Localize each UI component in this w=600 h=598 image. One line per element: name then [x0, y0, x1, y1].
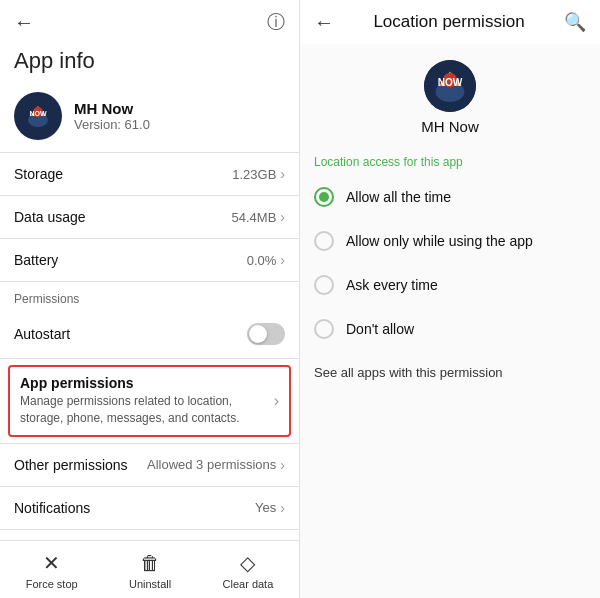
radio-label-ask-every-time: Ask every time [346, 277, 438, 293]
radio-button-ask-every-time[interactable] [314, 275, 334, 295]
permissions-section-label: Permissions [0, 282, 299, 310]
see-all-apps-link[interactable]: See all apps with this permission [300, 355, 600, 390]
clear-data-label: Clear data [223, 578, 274, 590]
radio-button-allow-all[interactable] [314, 187, 334, 207]
right-panel: ← Location permission 🔍 NOW MH Now Locat… [300, 0, 600, 598]
svg-text:NOW: NOW [29, 110, 47, 117]
clear-data-icon: ◇ [240, 551, 255, 575]
app-permissions-desc: Manage permissions related to location, … [20, 393, 266, 427]
right-app-icon: NOW [424, 60, 476, 112]
right-top-bar: ← Location permission 🔍 [300, 0, 600, 44]
app-permissions-inner: App permissions Manage permissions relat… [20, 375, 279, 427]
notifications-value: Yes › [255, 500, 285, 516]
radio-allow-while-using[interactable]: Allow only while using the app [300, 219, 600, 263]
svg-text:NOW: NOW [438, 77, 463, 88]
uninstall-button[interactable]: 🗑 Uninstall [129, 552, 171, 590]
radio-allow-all-time[interactable]: Allow all the time [300, 175, 600, 219]
left-back-button[interactable]: ← [14, 11, 34, 34]
left-top-bar: ← ⓘ [0, 0, 299, 44]
location-section-header: Location access for this app [300, 145, 600, 175]
clear-data-button[interactable]: ◇ Clear data [223, 551, 274, 590]
radio-button-dont-allow[interactable] [314, 319, 334, 339]
divider-5 [0, 358, 299, 359]
app-name-left: MH Now [74, 100, 150, 117]
other-permissions-item[interactable]: Other permissions Allowed 3 permissions … [0, 444, 299, 486]
autostart-item[interactable]: Autostart [0, 310, 299, 358]
radio-ask-every-time[interactable]: Ask every time [300, 263, 600, 307]
storage-item[interactable]: Storage 1.23GB › [0, 153, 299, 195]
search-icon[interactable]: 🔍 [564, 11, 586, 33]
radio-label-while-using: Allow only while using the app [346, 233, 533, 249]
data-usage-label: Data usage [14, 209, 86, 225]
app-version: Version: 61.0 [74, 117, 150, 132]
uninstall-icon: 🗑 [140, 552, 160, 575]
other-permissions-chevron: › [280, 457, 285, 473]
autostart-toggle[interactable] [247, 323, 285, 345]
other-permissions-label: Other permissions [14, 457, 128, 473]
right-app-header: NOW MH Now [300, 44, 600, 145]
data-usage-value: 54.4MB › [232, 209, 285, 225]
uninstall-label: Uninstall [129, 578, 171, 590]
divider-8 [0, 529, 299, 530]
app-permissions-chevron: › [274, 392, 279, 410]
app-icon: NOW [14, 92, 62, 140]
right-back-button[interactable]: ← [314, 11, 334, 34]
autostart-label: Autostart [14, 326, 70, 342]
force-stop-label: Force stop [26, 578, 78, 590]
bottom-action-bar: ✕ Force stop 🗑 Uninstall ◇ Clear data [0, 540, 299, 598]
app-permissions-title: App permissions [20, 375, 266, 391]
notifications-item[interactable]: Notifications Yes › [0, 487, 299, 529]
radio-label-dont-allow: Don't allow [346, 321, 414, 337]
battery-item[interactable]: Battery 0.0% › [0, 239, 299, 281]
app-header: NOW MH Now Version: 61.0 [0, 84, 299, 152]
data-usage-item[interactable]: Data usage 54.4MB › [0, 196, 299, 238]
radio-dont-allow[interactable]: Don't allow [300, 307, 600, 351]
other-permissions-value: Allowed 3 permissions › [147, 457, 285, 473]
notifications-chevron: › [280, 500, 285, 516]
radio-button-while-using[interactable] [314, 231, 334, 251]
right-app-name: MH Now [421, 118, 479, 135]
page-title: App info [0, 44, 299, 84]
storage-value: 1.23GB › [232, 166, 285, 182]
storage-label: Storage [14, 166, 63, 182]
info-icon[interactable]: ⓘ [267, 10, 285, 34]
radio-inner-allow-all [319, 192, 329, 202]
battery-chevron: › [280, 252, 285, 268]
toggle-thumb [249, 325, 267, 343]
force-stop-icon: ✕ [43, 551, 60, 575]
left-panel: ← ⓘ App info NOW MH Now Version: 61.0 St… [0, 0, 300, 598]
notifications-label: Notifications [14, 500, 90, 516]
storage-chevron: › [280, 166, 285, 182]
radio-label-allow-all: Allow all the time [346, 189, 451, 205]
app-permissions-text: App permissions Manage permissions relat… [20, 375, 266, 427]
force-stop-button[interactable]: ✕ Force stop [26, 551, 78, 590]
battery-value: 0.0% › [247, 252, 285, 268]
right-title: Location permission [373, 12, 524, 32]
app-info-text: MH Now Version: 61.0 [74, 100, 150, 132]
app-permissions-item[interactable]: App permissions Manage permissions relat… [8, 365, 291, 437]
battery-label: Battery [14, 252, 58, 268]
data-usage-chevron: › [280, 209, 285, 225]
